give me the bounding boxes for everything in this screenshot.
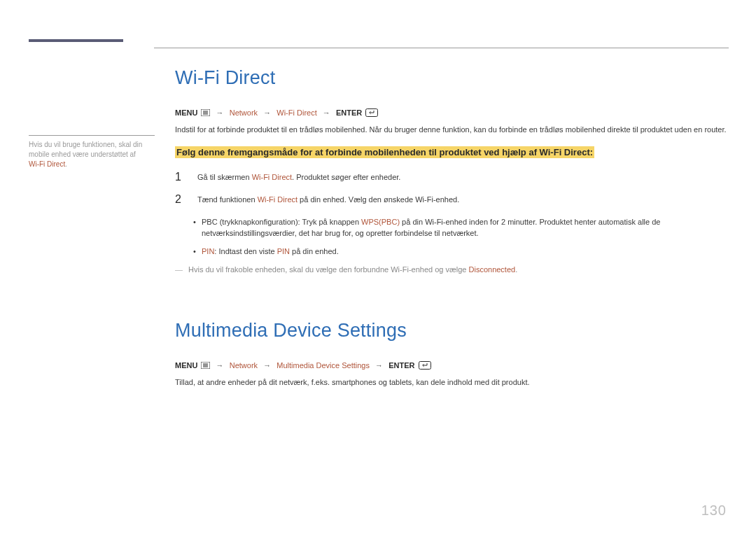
term-disconnected: Disconnected <box>469 265 516 274</box>
step-number: 1 <box>175 171 185 183</box>
multimedia-para: Tillad, at andre enheder på dit netværk,… <box>175 377 729 388</box>
wifi-bullets: PBC (trykknapkonfiguration): Tryk på kna… <box>175 216 729 257</box>
header-accent-bar <box>29 39 123 42</box>
arrow-icon: → <box>213 108 227 117</box>
text: PBC (trykknapkonfiguration): Tryk på kna… <box>202 218 361 226</box>
text: på din enhed. Vælg den ønskede Wi-Fi-enh… <box>298 195 459 204</box>
menu-icon <box>201 109 210 116</box>
arrow-icon: → <box>213 361 227 370</box>
term-wps-pbc: WPS(PBC) <box>361 218 400 226</box>
sidebar-note-line2: mobile enhed være understøttet af <box>29 150 136 158</box>
text: . <box>515 265 517 274</box>
breadcrumb-wifi: MENU → Network → Wi-Fi Direct → ENTER <box>175 107 729 118</box>
nav-enter-label: ENTER <box>336 108 362 117</box>
term-pin: PIN <box>277 247 290 255</box>
enter-icon <box>419 361 431 370</box>
nav-menu-label: MENU <box>175 108 197 117</box>
page-number: 130 <box>701 503 727 519</box>
sidebar-rule <box>29 135 155 136</box>
wifi-highlight-text: Følg denne fremgangsmåde for at forbinde… <box>175 146 594 158</box>
footnote-body: Hvis du vil frakoble enheden, skal du væ… <box>188 264 517 275</box>
nav-network: Network <box>230 108 258 117</box>
term-pin: PIN <box>202 247 214 255</box>
sidebar-note-line1: Hvis du vil bruge funktionen, skal din <box>29 141 142 148</box>
document-page: Hvis du vil bruge funktionen, skal din m… <box>0 0 756 534</box>
arrow-icon: → <box>260 108 274 117</box>
section-title-multimedia: Multimedia Device Settings <box>175 320 729 342</box>
text: Gå til skærmen <box>197 173 252 181</box>
wifi-footnote: ― Hvis du vil frakoble enheden, skal du … <box>175 264 729 275</box>
nav-menu-label: MENU <box>175 361 197 370</box>
text: på din enhed. <box>290 247 339 255</box>
dash-icon: ― <box>175 264 183 275</box>
step-body: Tænd funktionen Wi-Fi Direct på din enhe… <box>197 194 729 205</box>
enter-icon <box>365 108 378 117</box>
bullet-pin: PIN: Indtast den viste PIN på din enhed. <box>193 246 729 257</box>
text: Hvis du vil frakoble enheden, skal du væ… <box>188 265 469 274</box>
nav-enter-label: ENTER <box>388 361 414 370</box>
text: : Indtast den viste <box>214 247 276 255</box>
wifi-step-2: 2 Tænd funktionen Wi-Fi Direct på din en… <box>175 194 729 205</box>
text: . Produktet søger efter enheder. <box>292 173 400 181</box>
text: Tænd funktionen <box>197 195 258 204</box>
section-title-wifi-direct: Wi-Fi Direct <box>175 67 729 89</box>
wifi-highlight-row: Følg denne fremgangsmåde for at forbinde… <box>175 145 729 160</box>
bullet-pbc: PBC (trykknapkonfiguration): Tryk på kna… <box>193 216 729 239</box>
arrow-icon: → <box>260 361 274 370</box>
step-number: 2 <box>175 194 185 205</box>
nav-wifi-direct: Wi-Fi Direct <box>276 108 316 117</box>
wifi-step-1: 1 Gå til skærmen Wi-Fi Direct. Produktet… <box>175 171 729 183</box>
main-content: Wi-Fi Direct MENU → Network → Wi-Fi Dire… <box>175 67 729 398</box>
header-rule <box>154 48 729 48</box>
sidebar-note: Hvis du vil bruge funktionen, skal din m… <box>29 140 155 169</box>
wifi-steps: 1 Gå til skærmen Wi-Fi Direct. Produktet… <box>175 171 729 205</box>
arrow-icon: → <box>319 108 334 117</box>
step-body: Gå til skærmen Wi-Fi Direct. Produktet s… <box>197 171 729 183</box>
term-wifi-direct: Wi-Fi Direct <box>258 195 298 204</box>
sidebar-note-term: Wi-Fi Direct <box>29 160 65 168</box>
wifi-intro-text: Indstil for at forbinde produktet til en… <box>175 124 729 135</box>
sidebar-note-period: . <box>65 160 67 168</box>
breadcrumb-multimedia: MENU → Network → Multimedia Device Setti… <box>175 360 729 371</box>
menu-icon <box>201 362 210 369</box>
nav-network: Network <box>230 361 258 370</box>
nav-multimedia-settings: Multimedia Device Settings <box>276 361 370 370</box>
term-wifi-direct: Wi-Fi Direct <box>252 173 292 181</box>
arrow-icon: → <box>372 361 386 370</box>
